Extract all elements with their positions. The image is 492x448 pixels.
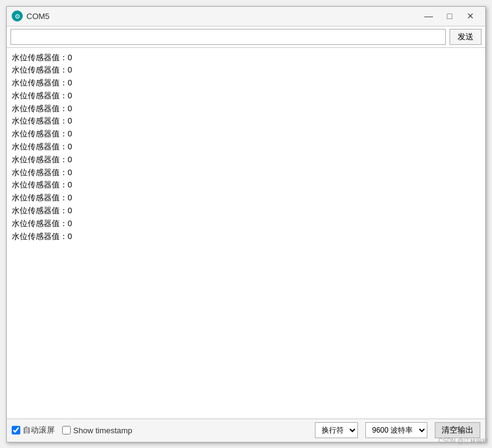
output-line: 水位传感器值：0 — [12, 52, 480, 65]
output-line: 水位传感器值：0 — [12, 141, 480, 154]
autoscroll-checkbox-container[interactable]: 自动滚屏 — [12, 425, 55, 436]
main-window: ⊙ COM5 — □ ✕ 发送 水位传感器值：0水位传感器值：0水位传感器值：0… — [6, 6, 486, 442]
autoscroll-checkbox[interactable] — [12, 426, 20, 434]
output-line: 水位传感器值：0 — [12, 179, 480, 192]
output-line: 水位传感器值：0 — [12, 167, 480, 179]
app-icon-text: ⊙ — [15, 13, 20, 20]
minimize-button[interactable]: — — [419, 9, 438, 23]
send-button[interactable]: 发送 — [450, 29, 482, 45]
autoscroll-label: 自动滚屏 — [23, 425, 55, 436]
statusbar: 自动滚屏 Show timestamp 换行符无行尾换行回车 300120024… — [7, 419, 485, 442]
maximize-button[interactable]: □ — [440, 9, 459, 23]
output-line: 水位传感器值：0 — [12, 128, 480, 141]
output-line: 水位传感器值：0 — [12, 205, 480, 218]
output-line: 水位传感器值：0 — [12, 218, 480, 230]
output-area: 水位传感器值：0水位传感器值：0水位传感器值：0水位传感器值：0水位传感器值：0… — [7, 48, 485, 419]
output-line: 水位传感器值：0 — [12, 154, 480, 167]
newline-dropdown[interactable]: 换行符无行尾换行回车 — [315, 422, 358, 438]
clear-output-button[interactable]: 清空输出 — [435, 422, 480, 438]
output-line: 水位传感器值：0 — [12, 64, 480, 77]
output-line: 水位传感器值：0 — [12, 90, 480, 103]
window-title: COM5 — [26, 12, 419, 21]
output-line: 水位传感器值：0 — [12, 77, 480, 90]
output-line: 水位传感器值：0 — [12, 192, 480, 205]
timestamp-label: Show timestamp — [73, 426, 132, 435]
toolbar: 发送 — [7, 26, 485, 48]
app-icon: ⊙ — [12, 10, 23, 22]
output-line: 水位传感器值：0 — [12, 103, 480, 116]
close-button[interactable]: ✕ — [461, 9, 480, 23]
output-line: 水位传感器值：0 — [12, 230, 480, 243]
baud-dropdown[interactable]: 3001200240048009600 波特率19200384005760074… — [365, 422, 427, 438]
output-line: 水位传感器值：0 — [12, 115, 480, 128]
titlebar: ⊙ COM5 — □ ✕ — [7, 7, 485, 26]
timestamp-checkbox[interactable] — [62, 426, 71, 434]
timestamp-checkbox-container[interactable]: Show timestamp — [62, 426, 132, 435]
send-input[interactable] — [10, 29, 446, 45]
window-controls: — □ ✕ — [419, 9, 480, 23]
